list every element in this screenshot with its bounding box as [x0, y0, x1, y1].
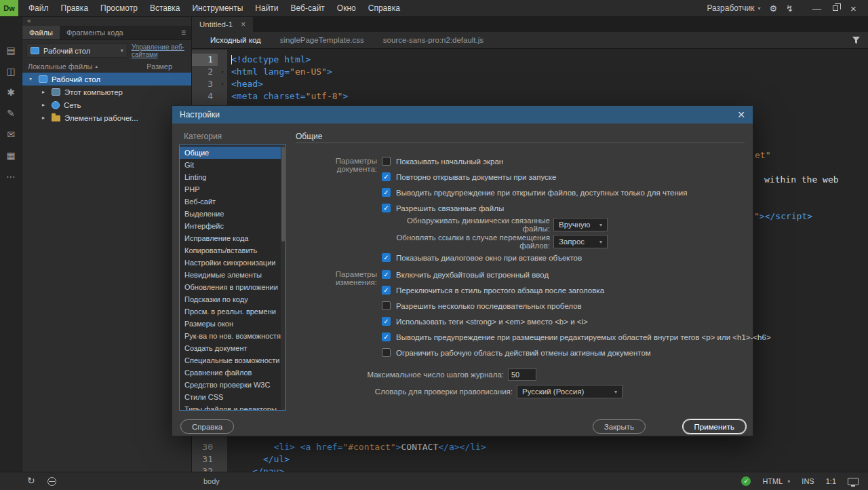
doctype-dropdown[interactable]: HTML ▾	[762, 477, 790, 485]
category-item[interactable]: Сравнение файлов	[180, 366, 281, 379]
cc-libraries-icon[interactable]: ▦	[6, 151, 15, 161]
category-item[interactable]: Средство проверки W3C	[180, 379, 281, 391]
filter-icon[interactable]	[852, 36, 861, 46]
tag-selector[interactable]: body	[203, 477, 220, 485]
related-file-0[interactable]: Исходный код	[210, 36, 261, 44]
checkbox[interactable]: ✓	[382, 270, 391, 279]
category-item[interactable]: Стили CSS	[180, 391, 281, 403]
code-text[interactable]: <head>	[227, 78, 263, 90]
menu-item-1[interactable]: Правка	[55, 0, 95, 16]
menu-item-3[interactable]: Вставка	[144, 0, 186, 16]
category-item[interactable]: Специальные возможности	[180, 354, 281, 366]
category-list[interactable]: ОбщиеGitLintingPHPВеб-сайтВыделениеИнтер…	[179, 145, 286, 411]
dropdown[interactable]: Запрос▾	[553, 235, 608, 248]
snippets-icon[interactable]: ✱	[7, 88, 15, 98]
category-item[interactable]: Обновления в приложении	[180, 281, 281, 293]
restore-button[interactable]	[826, 0, 844, 16]
menu-item-2[interactable]: Просмотр	[94, 0, 144, 16]
close-dialog-button[interactable]: Закрыть	[593, 419, 646, 434]
checkbox[interactable]: ✓	[382, 204, 391, 212]
checkbox[interactable]: ✓	[382, 253, 391, 262]
category-item[interactable]: Типы файлов и редакторы	[180, 403, 281, 411]
menu-item-5[interactable]: Найти	[249, 0, 284, 16]
dreamweaver-logo[interactable]: Dw	[0, 0, 18, 16]
checkbox[interactable]: ✓	[382, 172, 391, 181]
category-item[interactable]: Рук-ва по нов. возможностям	[180, 330, 281, 342]
checkbox[interactable]	[382, 348, 391, 357]
local-files-header[interactable]: Локальные файлы	[28, 62, 92, 71]
category-item[interactable]: Невидимые элементы	[180, 269, 281, 281]
category-item[interactable]: Настройки синхронизации	[180, 257, 281, 269]
code-text[interactable]: <html lang="en-US">	[227, 66, 332, 78]
tab-snippets[interactable]: Фрагменты кода	[60, 26, 130, 39]
sync-extensions-icon[interactable]: ↯	[786, 3, 793, 14]
manage-sites-link[interactable]: Управление веб-сайтами	[132, 43, 187, 58]
site-dropdown[interactable]: Рабочий стол ▾	[26, 43, 127, 58]
expander-icon[interactable]: ▸	[42, 115, 47, 121]
checkbox[interactable]	[382, 157, 391, 166]
comments-icon[interactable]: ✉	[7, 130, 15, 140]
related-file-2[interactable]: source-sans-pro:n2:default.js	[383, 36, 484, 44]
menu-item-0[interactable]: Файл	[22, 0, 55, 16]
dictionary-dropdown[interactable]: Русский (Россия)▾	[517, 385, 623, 398]
menu-item-8[interactable]: Справка	[362, 0, 406, 16]
workspace-switcher[interactable]: Разработчик ▾	[707, 3, 760, 13]
category-item[interactable]: Создать документ	[180, 342, 281, 354]
minimize-button[interactable]: —	[808, 0, 826, 16]
category-item[interactable]: Подсказки по коду	[180, 293, 281, 305]
checkbox[interactable]: ✓	[382, 317, 391, 326]
tree-item[interactable]: ▾Рабочий стол	[22, 73, 191, 86]
checkbox[interactable]: ✓	[382, 333, 391, 341]
close-button[interactable]: ×	[844, 0, 863, 16]
gear-icon[interactable]: ⚙	[769, 3, 777, 14]
insert-icon[interactable]: ◫	[6, 67, 15, 77]
code-text[interactable]: <meta charset="utf-8">	[227, 90, 348, 102]
fold-icon[interactable]: ▾	[218, 66, 227, 78]
expander-icon[interactable]: ▾	[29, 76, 35, 82]
lint-ok-icon[interactable]: ✓	[741, 476, 751, 486]
tree-item[interactable]: ▸Сеть	[22, 98, 191, 111]
tree-item[interactable]: ▸Этот компьютер	[22, 86, 191, 98]
menu-item-7[interactable]: Окно	[331, 0, 362, 16]
code-text[interactable]: <!doctype html>	[227, 54, 311, 66]
more-panels-icon[interactable]: ⋯	[6, 172, 16, 182]
expander-icon[interactable]: ▸	[42, 89, 47, 95]
panel-menu-icon[interactable]: ≡	[181, 26, 186, 39]
category-item[interactable]: Исправление кода	[180, 232, 281, 244]
category-item[interactable]: Просм. в реальн. времени	[180, 305, 281, 318]
document-tab[interactable]: Untitled-1 ×	[192, 17, 253, 32]
checkbox[interactable]	[382, 301, 391, 310]
category-item[interactable]: Интерфейс	[180, 220, 281, 232]
category-item[interactable]: Linting	[180, 171, 281, 183]
fold-icon[interactable]: ▾	[218, 78, 227, 90]
refresh-icon[interactable]: ↻	[27, 475, 35, 486]
category-item[interactable]: Выделение	[180, 208, 281, 220]
apply-button[interactable]: Применить	[683, 419, 746, 434]
history-steps-input[interactable]	[508, 369, 536, 381]
category-item[interactable]: Размеры окон	[180, 318, 281, 330]
category-item[interactable]: Общие	[180, 147, 281, 159]
related-file-1[interactable]: singlePageTemplate.css	[280, 36, 364, 44]
close-tab-icon[interactable]: ×	[241, 20, 245, 29]
category-item[interactable]: Веб-сайт	[180, 195, 281, 208]
checkbox[interactable]: ✓	[382, 286, 391, 295]
category-item[interactable]: PHP	[180, 183, 281, 195]
size-column-header[interactable]: Размер	[146, 62, 172, 71]
help-button[interactable]: Справка	[180, 419, 234, 434]
category-item[interactable]: Git	[180, 159, 281, 171]
dialog-close-icon[interactable]: ✕	[737, 109, 745, 120]
scrollbar-thumb[interactable]	[281, 147, 285, 242]
category-item[interactable]: Копировать/вставить	[180, 244, 281, 257]
expander-icon[interactable]: ▸	[42, 102, 47, 108]
checkbox[interactable]: ✓	[382, 188, 391, 197]
code-text[interactable]: <li> <a href="#contact">CONTACT</a></li>	[227, 441, 486, 453]
menu-item-4[interactable]: Инструменты	[186, 0, 249, 16]
scrollbar-track[interactable]	[281, 145, 285, 410]
files-icon[interactable]: ▤	[6, 45, 15, 56]
dropdown[interactable]: Вручную▾	[553, 218, 608, 231]
window-size-icon[interactable]	[848, 478, 859, 485]
code-text[interactable]: </nav>	[227, 466, 284, 472]
code-text[interactable]: </ul>	[227, 453, 290, 466]
tab-files[interactable]: Файлы	[22, 26, 60, 39]
connect-server-icon[interactable]	[47, 477, 56, 486]
